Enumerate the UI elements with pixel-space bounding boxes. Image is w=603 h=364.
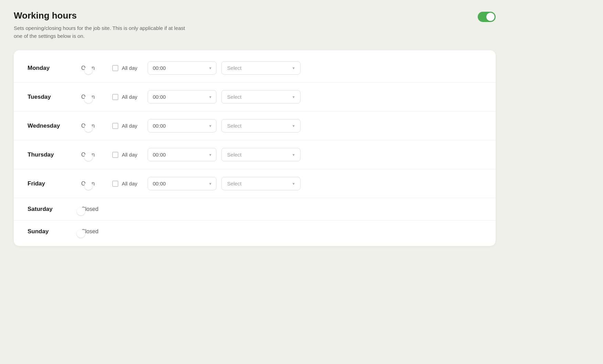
- chevron-down-icon: ▾: [293, 66, 295, 71]
- allday-label: All day: [122, 94, 137, 100]
- start-time-select[interactable]: 00:00▾: [148, 90, 216, 104]
- day-row: SaturdayClosed: [14, 198, 496, 221]
- day-name: Sunday: [28, 228, 76, 235]
- end-time-select[interactable]: Select▾: [221, 119, 300, 132]
- start-time-value: 00:00: [153, 94, 166, 100]
- allday-section: All day: [112, 94, 137, 100]
- allday-label: All day: [122, 123, 137, 129]
- day-row: FridayOpenAll day00:00▾Select▾: [14, 169, 496, 198]
- day-name: Wednesday: [28, 122, 76, 129]
- page-title: Working hours: [14, 10, 478, 21]
- page-container: Working hours Sets opening/closing hours…: [14, 10, 496, 246]
- end-time-placeholder: Select: [227, 94, 242, 100]
- end-time-placeholder: Select: [227, 123, 242, 129]
- allday-label: All day: [122, 65, 137, 71]
- end-time-placeholder: Select: [227, 65, 242, 71]
- allday-label: All day: [122, 181, 137, 186]
- main-toggle-wrapper[interactable]: [478, 12, 496, 22]
- start-time-value: 00:00: [153, 181, 166, 186]
- end-time-placeholder: Select: [227, 152, 242, 158]
- status-label: Closed: [81, 206, 109, 212]
- end-time-select[interactable]: Select▾: [221, 148, 300, 161]
- end-time-select[interactable]: Select▾: [221, 177, 300, 190]
- start-time-value: 00:00: [153, 152, 166, 158]
- allday-label: All day: [122, 152, 137, 158]
- day-row: SundayClosed: [14, 221, 496, 243]
- chevron-down-icon: ▾: [293, 95, 295, 99]
- day-name: Monday: [28, 65, 76, 72]
- day-name: Tuesday: [28, 94, 76, 100]
- allday-section: All day: [112, 152, 137, 158]
- chevron-down-icon: ▾: [293, 152, 295, 157]
- chevron-down-icon: ▾: [209, 152, 211, 157]
- day-row: WednesdayOpenAll day00:00▾Select▾: [14, 111, 496, 140]
- start-time-select[interactable]: 00:00▾: [148, 148, 216, 161]
- allday-checkbox[interactable]: [112, 123, 118, 129]
- allday-section: All day: [112, 65, 137, 71]
- status-label: Closed: [81, 228, 109, 235]
- header-section: Working hours Sets opening/closing hours…: [14, 10, 496, 40]
- allday-section: All day: [112, 123, 137, 129]
- start-time-value: 00:00: [153, 123, 166, 129]
- allday-checkbox[interactable]: [112, 65, 118, 71]
- start-time-select[interactable]: 00:00▾: [148, 119, 216, 132]
- allday-checkbox[interactable]: [112, 152, 118, 158]
- start-time-value: 00:00: [153, 65, 166, 71]
- chevron-down-icon: ▾: [209, 124, 211, 128]
- chevron-down-icon: ▾: [209, 181, 211, 186]
- end-time-placeholder: Select: [227, 181, 242, 186]
- chevron-down-icon: ▾: [293, 181, 295, 186]
- day-name: Friday: [28, 180, 76, 187]
- allday-checkbox[interactable]: [112, 181, 118, 187]
- day-row: TuesdayOpenAll day00:00▾Select▾: [14, 83, 496, 111]
- chevron-down-icon: ▾: [209, 95, 211, 99]
- start-time-select[interactable]: 00:00▾: [148, 177, 216, 190]
- page-description: Sets opening/closing hours for the job s…: [14, 24, 193, 40]
- main-toggle[interactable]: [478, 12, 496, 22]
- chevron-down-icon: ▾: [209, 66, 211, 71]
- day-row: ThursdayOpenAll day00:00▾Select▾: [14, 140, 496, 169]
- allday-checkbox[interactable]: [112, 94, 118, 100]
- allday-section: All day: [112, 181, 137, 187]
- end-time-select[interactable]: Select▾: [221, 61, 300, 75]
- end-time-select[interactable]: Select▾: [221, 90, 300, 104]
- header-text: Working hours Sets opening/closing hours…: [14, 10, 478, 40]
- start-time-select[interactable]: 00:00▾: [148, 61, 216, 75]
- chevron-down-icon: ▾: [293, 124, 295, 128]
- day-name: Thursday: [28, 151, 76, 158]
- working-hours-card: MondayOpenAll day00:00▾Select▾TuesdayOpe…: [14, 50, 496, 246]
- day-name: Saturday: [28, 206, 76, 213]
- day-row: MondayOpenAll day00:00▾Select▾: [14, 54, 496, 83]
